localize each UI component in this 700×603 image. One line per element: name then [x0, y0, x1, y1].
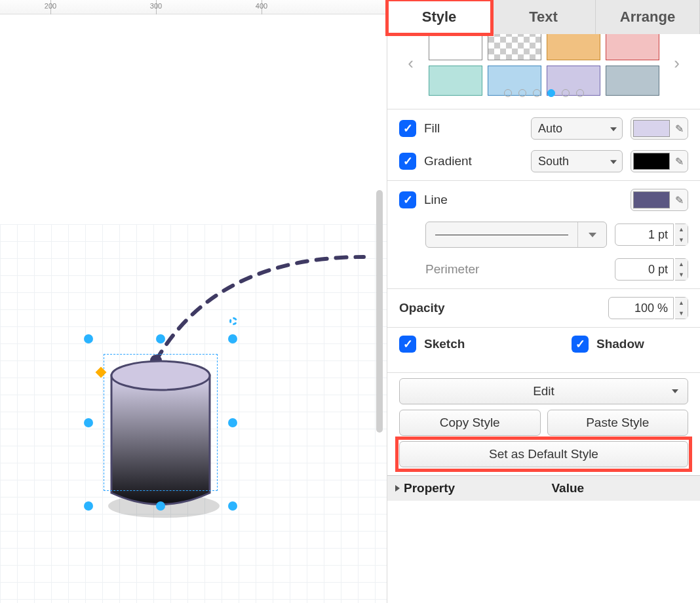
- resize-handle-tl[interactable]: [84, 334, 93, 343]
- line-row: ✓ Line ✎: [387, 184, 700, 216]
- value-header-cell: Value: [544, 476, 701, 501]
- pager-dot[interactable]: [576, 89, 584, 97]
- line-checkbox[interactable]: ✓: [399, 191, 416, 208]
- perimeter-input[interactable]: 0 pt: [615, 258, 674, 281]
- selection-bounds: [104, 354, 218, 491]
- eyedropper-icon[interactable]: ✎: [672, 194, 686, 206]
- line-color-picker[interactable]: ✎: [631, 189, 688, 211]
- swatch[interactable]: [606, 66, 659, 96]
- line-style-select[interactable]: [425, 222, 607, 248]
- tab-arrange[interactable]: Arrange: [596, 0, 700, 34]
- pager-dot[interactable]: [504, 89, 512, 97]
- format-panel: Style Text Arrange ‹: [387, 0, 700, 603]
- fill-color-picker[interactable]: ✎: [631, 117, 688, 140]
- resize-handle-bm[interactable]: [156, 501, 165, 511]
- pager-dot[interactable]: [518, 89, 526, 97]
- gradient-row: ✓ Gradient South ✎: [387, 145, 700, 178]
- tab-style[interactable]: Style: [387, 0, 492, 34]
- palette-next-icon[interactable]: ›: [666, 53, 688, 73]
- canvas-grid-area[interactable]: [0, 224, 387, 603]
- gradient-label: Gradient: [424, 154, 523, 168]
- tab-text[interactable]: Text: [492, 0, 596, 34]
- panel-tabs: Style Text Arrange: [387, 0, 700, 34]
- connector-edge[interactable]: [156, 257, 364, 360]
- set-default-style-button[interactable]: Set as Default Style: [399, 441, 688, 467]
- paste-style-button[interactable]: Paste Style: [547, 410, 689, 436]
- fill-row: ✓ Fill Auto ✎: [387, 112, 700, 145]
- swatch-none[interactable]: [488, 30, 541, 60]
- resize-handle-ml[interactable]: [84, 418, 93, 427]
- line-style-row: 1 pt ▲▼: [387, 216, 700, 253]
- palette-prev-icon[interactable]: ‹: [400, 53, 422, 73]
- line-label: Line: [424, 193, 520, 207]
- fill-color-swatch: [633, 120, 670, 137]
- swatch[interactable]: [547, 30, 600, 60]
- shadow-checkbox[interactable]: ✓: [572, 336, 589, 353]
- eyedropper-icon[interactable]: ✎: [672, 155, 686, 168]
- line-color-swatch: [633, 191, 670, 208]
- fill-mode-select[interactable]: Auto: [531, 117, 623, 140]
- pager-dot[interactable]: [533, 89, 541, 97]
- canvas-area[interactable]: 200 300 400: [0, 0, 387, 603]
- pager-dot-active[interactable]: [547, 89, 555, 97]
- shadow-label: Shadow: [596, 337, 688, 351]
- gradient-direction-select[interactable]: South: [531, 150, 623, 172]
- gradient-color-picker[interactable]: ✎: [631, 150, 688, 172]
- sketch-label: Sketch: [424, 337, 503, 351]
- sketch-shadow-row: ✓ Sketch ✓ Shadow: [387, 330, 700, 358]
- copy-style-button[interactable]: Copy Style: [399, 410, 541, 436]
- resize-handle-mr[interactable]: [228, 418, 237, 427]
- opacity-input[interactable]: 100 %: [608, 297, 674, 319]
- pager-dot[interactable]: [562, 89, 570, 97]
- resize-handle-tm[interactable]: [156, 334, 165, 343]
- gradient-checkbox[interactable]: ✓: [399, 153, 416, 170]
- color-palette-row: ‹ ›: [387, 43, 700, 83]
- canvas-blank-area[interactable]: [0, 14, 387, 224]
- ruler-tick-label: 400: [256, 2, 267, 10]
- swatch[interactable]: [606, 30, 659, 60]
- edit-style-select[interactable]: Edit: [399, 378, 688, 404]
- line-width-stepper[interactable]: ▲▼: [675, 224, 688, 246]
- eyedropper-icon[interactable]: ✎: [672, 123, 686, 135]
- opacity-label: Opacity: [399, 301, 600, 315]
- line-width-input[interactable]: 1 pt: [615, 224, 674, 246]
- fill-label: Fill: [424, 121, 523, 136]
- ruler-tick-label: 300: [150, 2, 162, 10]
- disclosure-triangle-icon[interactable]: [395, 485, 400, 492]
- resize-handle-tr[interactable]: [228, 334, 237, 343]
- selection-overlay: [98, 349, 223, 496]
- opacity-stepper[interactable]: ▲▼: [675, 297, 688, 319]
- scrollbar-vertical[interactable]: [376, 190, 383, 433]
- chevron-down-icon: [577, 222, 606, 247]
- gradient-color-swatch: [633, 153, 670, 170]
- perimeter-stepper[interactable]: ▲▼: [675, 258, 688, 281]
- fill-checkbox[interactable]: ✓: [399, 120, 416, 137]
- property-table-header: Property Value: [387, 475, 700, 501]
- ruler-horizontal: 200 300 400: [0, 0, 387, 14]
- chevron-down-icon: [672, 389, 678, 393]
- resize-handle-br[interactable]: [228, 501, 237, 511]
- opacity-row: Opacity 100 % ▲▼: [387, 292, 700, 324]
- rotate-handle[interactable]: [229, 317, 237, 325]
- swatch[interactable]: [429, 30, 482, 60]
- edit-button-label: Edit: [533, 384, 554, 399]
- perimeter-row: Perimeter 0 pt ▲▼: [387, 253, 700, 286]
- perimeter-label: Perimeter: [425, 262, 607, 277]
- ruler-tick-label: 200: [45, 2, 56, 10]
- resize-handle-bl[interactable]: [84, 501, 93, 511]
- sketch-checkbox[interactable]: ✓: [399, 336, 416, 353]
- swatch[interactable]: [429, 66, 482, 96]
- property-header-cell: Property: [387, 476, 544, 501]
